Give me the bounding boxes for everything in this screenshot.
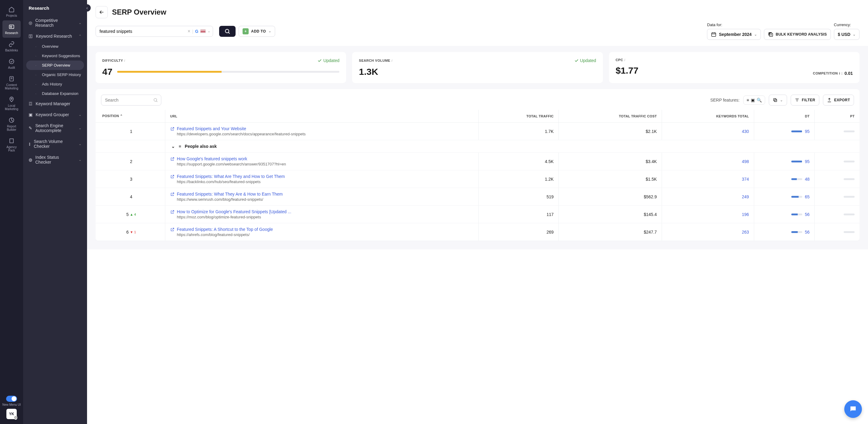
open-link-icon[interactable] [170, 157, 175, 166]
rail-label: Backlinks [5, 49, 18, 52]
table-search-wrap [101, 95, 161, 105]
sidebar-sub-serp-overview[interactable]: SERP Overview [26, 61, 84, 70]
serp-features-icons[interactable]: ≡ ▣ 🔍 [743, 96, 765, 105]
sidebar-sub-keyword-suggestions[interactable]: Keyword Suggestions [23, 51, 87, 61]
add-to-button[interactable]: + ADD TO ⌄ [239, 26, 275, 37]
dt-value[interactable]: 95 [805, 129, 810, 134]
dt-value[interactable]: 56 [805, 230, 810, 234]
result-title[interactable]: Featured Snippets: What They Are & How t… [177, 192, 283, 196]
page-title: SERP Overview [112, 8, 166, 17]
rail-research[interactable]: Research [2, 21, 21, 38]
target-icon: ◎ [29, 21, 32, 25]
video-icon: ▣ [751, 98, 755, 102]
stat-volume: SEARCH VOLUME i Updated 1.3K [352, 52, 602, 83]
keywords-total-link[interactable]: 374 [742, 177, 749, 182]
rail-projects[interactable]: Projects [2, 3, 21, 21]
rail-label: Report Builder [4, 125, 20, 131]
chat-button[interactable] [844, 400, 862, 418]
filter-button[interactable]: FILTER [791, 95, 819, 105]
sidebar-sub-overview[interactable]: Overview [23, 42, 87, 51]
info-icon[interactable]: i [392, 59, 392, 62]
rail-agency-pack[interactable]: Agency Pack [2, 134, 21, 155]
date-picker[interactable]: September 2024 ⌄ [707, 29, 761, 40]
col-dt[interactable]: DT [754, 110, 814, 123]
open-link-icon[interactable] [170, 127, 175, 136]
result-title[interactable]: Featured Snippets: What Are They and How… [177, 174, 285, 179]
keywords-total-link[interactable]: 430 [742, 129, 749, 134]
chart-icon [8, 117, 15, 124]
magic-icon: ✎ [29, 126, 32, 130]
clear-icon[interactable]: × [187, 29, 190, 34]
collapse-sidebar-button[interactable]: ‹ [83, 4, 91, 11]
sidebar-index-status-checker[interactable]: ◍ Index Status Checker ⌄ [23, 152, 87, 168]
info-icon[interactable]: i [624, 58, 625, 62]
people-also-ask-row[interactable]: ⌄ ≡ People also ask [96, 140, 860, 153]
table-row: 3 Featured Snippets: What Are They and H… [96, 170, 860, 188]
open-link-icon[interactable] [170, 228, 175, 237]
result-title[interactable]: How to Optimize for Google's Featured Sn… [177, 209, 291, 214]
table-search-input[interactable] [105, 98, 151, 102]
dt-value[interactable]: 95 [805, 159, 810, 164]
rail-report-builder[interactable]: Report Builder [2, 114, 21, 134]
dt-value[interactable]: 65 [805, 194, 810, 199]
keywords-total-link[interactable]: 196 [742, 212, 749, 217]
result-title[interactable]: Featured Snippets and Your Website [177, 126, 306, 131]
sidebar-search-autocomplete[interactable]: ✎ Search Engine Autocomplete ⌄ [23, 120, 87, 136]
stat-difficulty: DIFFICULTY i Updated 47 [96, 52, 346, 83]
col-position[interactable]: POSITION ⌃ [96, 110, 165, 123]
sidebar-keyword-grouper[interactable]: ▣ Keyword Grouper ⌄ [23, 109, 87, 120]
avatar[interactable]: YK ⚙ [6, 409, 17, 419]
col-total-traffic-cost[interactable]: TOTAL TRAFFIC COST [559, 110, 662, 123]
cost-value: $1.5K [559, 170, 662, 188]
col-pt[interactable]: PT [815, 110, 860, 123]
sidebar-keyword-manager[interactable]: ☲ Keyword Manager [23, 98, 87, 109]
position-value: 4 [130, 194, 132, 199]
sidebar-search-volume-checker[interactable]: ⫿ Search Volume Checker ⌄ [23, 136, 87, 152]
sidebar-title: Research [23, 5, 87, 15]
sidebar-keyword-research[interactable]: ⚿ Keyword Research ⌃ [23, 31, 87, 42]
result-title[interactable]: Featured Snippets: A Shortcut to the Top… [177, 227, 273, 232]
copy-button[interactable]: ⌄ [769, 95, 787, 105]
open-link-icon[interactable] [170, 210, 175, 219]
sidebar-sub-organic-serp-history[interactable]: Organic SERP History [23, 70, 87, 79]
svg-point-23 [154, 99, 157, 101]
rail-local-marketing[interactable]: Local Marketing [2, 93, 21, 114]
back-button[interactable] [96, 6, 108, 18]
dt-value[interactable]: 56 [805, 212, 810, 217]
open-link-icon[interactable] [170, 174, 175, 184]
sidebar-competitive-research[interactable]: ◎ Competitive Research ⌄ [23, 15, 87, 31]
col-total-traffic[interactable]: TOTAL TRAFFIC [478, 110, 559, 123]
col-keywords-total[interactable]: KEYWORDS TOTAL [662, 110, 754, 123]
keywords-total-link[interactable]: 263 [742, 230, 749, 234]
research-icon [8, 24, 15, 30]
cost-value: $145.4 [559, 206, 662, 223]
info-icon[interactable]: i [124, 59, 125, 62]
difficulty-bar [117, 71, 339, 73]
rail-content-marketing[interactable]: Content Marketing [2, 72, 21, 93]
group-icon: ▣ [29, 112, 33, 117]
keywords-total-link[interactable]: 249 [742, 194, 749, 199]
search-button[interactable] [219, 26, 236, 37]
dt-value[interactable]: 48 [805, 177, 810, 182]
currency-picker[interactable]: $ USD ⌄ [834, 29, 860, 40]
info-icon[interactable]: i [839, 71, 840, 75]
keyword-input[interactable] [99, 29, 191, 34]
cost-value: $562.9 [559, 188, 662, 206]
open-link-icon[interactable] [170, 192, 175, 202]
result-title[interactable]: How Google's featured snippets work [177, 156, 286, 161]
result-url: https://developers.google.com/search/doc… [177, 132, 306, 136]
export-button[interactable]: EXPORT [823, 95, 854, 105]
list-icon: ☲ [29, 101, 33, 106]
sidebar-sub-database-expansion[interactable]: Database Expansion [23, 89, 87, 98]
rail-audit[interactable]: Audit [2, 55, 21, 72]
new-menu-toggle[interactable] [6, 396, 17, 402]
col-url[interactable]: URL [165, 110, 478, 123]
rail-backlinks[interactable]: Backlinks [2, 38, 21, 55]
google-icon[interactable]: G [195, 29, 198, 34]
keywords-total-link[interactable]: 498 [742, 159, 749, 164]
sidebar-sub-ads-history[interactable]: Ads History [23, 79, 87, 89]
flag-us-icon[interactable] [200, 30, 206, 33]
bulk-keyword-analysis-button[interactable]: BULK KEYWORD ANALYSIS [764, 29, 831, 40]
chevron-down-icon[interactable]: ⌄ [208, 29, 210, 33]
svg-rect-26 [774, 99, 776, 101]
